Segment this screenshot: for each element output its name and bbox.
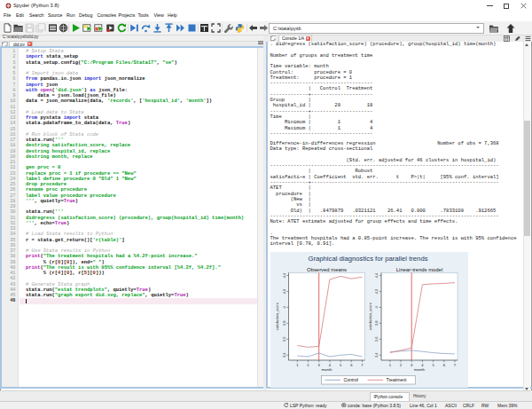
svg-text:Treatment: Treatment (386, 377, 407, 382)
svg-text:4.4: 4.4 (281, 271, 286, 277)
svg-text:Linear-trends model: Linear-trends model (395, 266, 442, 271)
svg-text:3.6: 3.6 (374, 335, 379, 341)
svg-text:Control: Control (343, 377, 357, 382)
svg-text:3.8: 3.8 (374, 319, 379, 325)
svg-text:satisfaction_score: satisfaction_score (367, 303, 372, 330)
svg-text:3.4: 3.4 (374, 351, 379, 357)
svg-text:4.2: 4.2 (281, 287, 286, 293)
svg-text:month: month (321, 367, 332, 372)
svg-text:Graphical diagnostics for para: Graphical diagnostics for parallel trend… (308, 254, 427, 262)
svg-text:3.6: 3.6 (281, 335, 286, 341)
svg-text:4.4: 4.4 (374, 271, 379, 277)
svg-text:month: month (414, 367, 426, 372)
svg-text:satisfaction_score: satisfaction_score (275, 303, 279, 330)
svg-text:3.4: 3.4 (281, 351, 286, 357)
svg-text:3.8: 3.8 (281, 319, 286, 325)
svg-text:4.2: 4.2 (374, 287, 379, 293)
svg-text:Observed means: Observed means (307, 266, 347, 271)
